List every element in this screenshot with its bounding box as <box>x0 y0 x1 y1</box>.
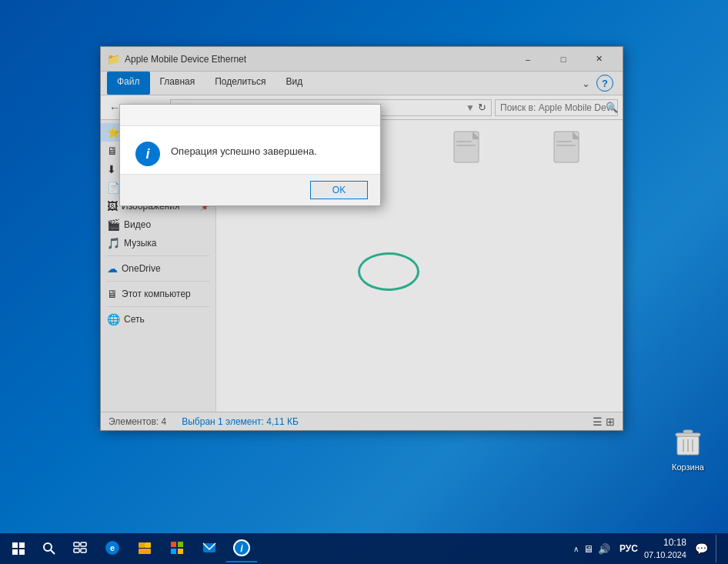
taskbar-info-button[interactable]: i <box>226 535 257 562</box>
svg-rect-38 <box>178 549 183 554</box>
dialog-overlay <box>0 0 728 533</box>
svg-rect-29 <box>81 549 86 552</box>
info-button-icon: i <box>233 539 250 556</box>
taskbar-mail-button[interactable] <box>194 535 225 562</box>
start-button[interactable] <box>3 535 34 562</box>
dialog-title-bar <box>120 105 380 126</box>
ok-button[interactable]: OK <box>310 181 368 199</box>
svg-rect-28 <box>74 549 79 552</box>
language-indicator[interactable]: РУС <box>616 543 641 554</box>
dialog-body: i Операция успешно завершена. <box>120 126 380 174</box>
notification-button[interactable]: 💬 <box>690 535 713 562</box>
network-tray-icon[interactable]: 🖥 <box>583 543 593 555</box>
clock-date: 07.10.2024 <box>644 549 686 560</box>
svg-point-24 <box>44 543 52 551</box>
svg-rect-21 <box>19 542 25 548</box>
svg-rect-36 <box>178 542 183 547</box>
taskbar-explorer-button[interactable] <box>129 535 160 562</box>
recycle-bin-label: Корзина <box>672 462 704 472</box>
svg-rect-22 <box>12 549 18 555</box>
info-dialog: i Операция успешно завершена. OK <box>119 104 381 206</box>
show-hidden-icons[interactable]: ∧ <box>573 545 579 553</box>
taskbar-edge-button[interactable]: e <box>97 535 128 562</box>
clock-time: 10:18 <box>644 537 686 549</box>
svg-rect-26 <box>74 542 79 546</box>
svg-text:e: e <box>110 543 115 552</box>
svg-rect-15 <box>676 433 700 436</box>
svg-rect-32 <box>139 542 145 548</box>
system-tray: ∧ 🖥 🔊 РУС 10:18 07.10.2024 💬 <box>569 535 725 562</box>
clock[interactable]: 10:18 07.10.2024 <box>644 537 686 560</box>
info-icon: i <box>135 142 160 166</box>
recycle-bin-icon <box>671 426 705 459</box>
taskbar-store-button[interactable] <box>162 535 192 562</box>
svg-rect-23 <box>19 549 25 555</box>
svg-rect-34 <box>145 542 151 548</box>
desktop: 📁 Apple Mobile Device Ethernet – □ ✕ Фай… <box>0 0 728 533</box>
dialog-message: Операция успешно завершена. <box>171 142 317 159</box>
tray-icons: ∧ 🖥 🔊 <box>573 543 610 555</box>
svg-rect-16 <box>683 430 693 433</box>
svg-rect-20 <box>12 542 18 548</box>
taskbar: e i ∧ 🖥 🔊 РУС 10:1 <box>0 533 728 564</box>
show-desktop-button[interactable] <box>716 535 720 562</box>
recycle-bin[interactable]: Корзина <box>671 426 705 472</box>
taskbar-search-button[interactable] <box>35 535 63 562</box>
volume-tray-icon[interactable]: 🔊 <box>598 543 610 555</box>
svg-rect-37 <box>171 549 176 554</box>
svg-rect-35 <box>171 542 176 547</box>
svg-rect-33 <box>139 549 151 554</box>
svg-line-25 <box>51 550 55 554</box>
dialog-footer: OK <box>120 174 380 205</box>
svg-rect-27 <box>81 542 86 546</box>
taskbar-task-view-button[interactable] <box>65 535 95 562</box>
